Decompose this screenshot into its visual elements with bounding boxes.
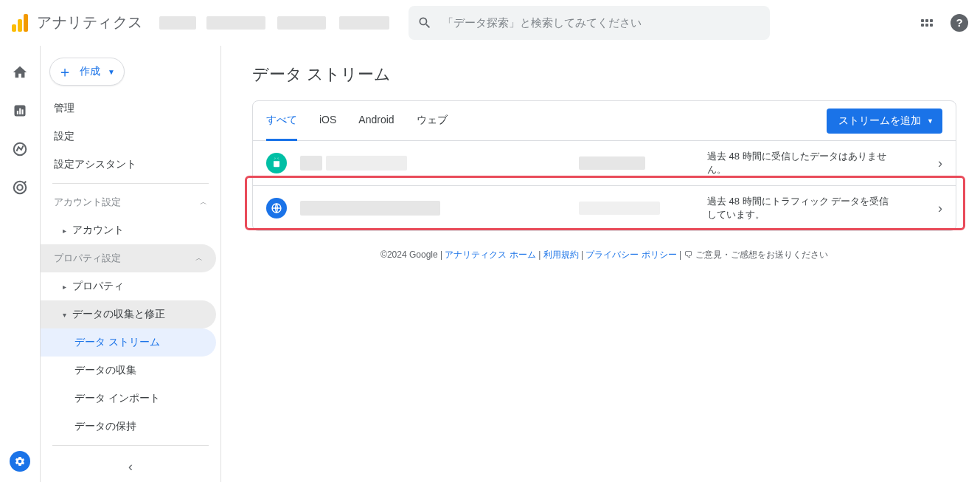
page-footer: ©2024 Google | アナリティクス ホーム | 利用規約 | プライバ…	[252, 231, 956, 269]
account-breadcrumb[interactable]	[155, 9, 397, 37]
android-icon	[266, 153, 287, 173]
app-header: アナリティクス ?	[0, 0, 980, 46]
dropdown-caret-icon: ▼	[927, 117, 934, 125]
plus-icon: ＋	[58, 64, 72, 79]
stream-name-redacted	[300, 153, 566, 173]
footer-copyright: ©2024 Google	[380, 249, 438, 260]
chevron-up-icon: ︿	[195, 253, 203, 264]
search-box[interactable]	[409, 6, 770, 40]
sidebar-subitem-data-streams[interactable]: データ ストリーム	[41, 328, 216, 357]
sidebar-item-assistant[interactable]: 設定アシスタント	[41, 151, 220, 179]
sidebar-subitem-data-retention[interactable]: データの保持	[41, 413, 220, 441]
admin-sidebar: ＋ 作成 ▼ 管理 設定 設定アシスタント アカウント設定 ︿ ▸ アカウント …	[41, 46, 221, 482]
footer-feedback[interactable]: ご意見・ご感想をお送りください	[695, 249, 828, 260]
sidebar-item-account-label: アカウント	[72, 224, 124, 237]
tab-ios[interactable]: iOS	[319, 102, 336, 140]
collapse-sidebar-icon[interactable]: ‹	[41, 459, 220, 475]
dropdown-caret-icon: ▼	[108, 68, 115, 76]
sidebar-section-property[interactable]: プロパティ設定 ︿	[41, 244, 216, 272]
stream-status: 過去 48 時間に受信したデータはありません。	[681, 150, 925, 176]
add-stream-label: ストリームを追加	[838, 114, 921, 128]
tab-all[interactable]: すべて	[266, 102, 297, 141]
explore-icon[interactable]	[11, 140, 29, 158]
platform-tabs: すべて iOS Android ウェブ	[266, 102, 448, 140]
sidebar-subitem-data-collection[interactable]: データの収集	[41, 357, 220, 385]
stream-id-redacted	[579, 200, 667, 216]
svg-rect-1	[17, 111, 18, 114]
home-icon[interactable]	[11, 63, 29, 81]
sidebar-item-setup[interactable]: 設定	[41, 123, 220, 151]
product-name: アナリティクス	[37, 13, 143, 32]
search-input[interactable]	[442, 16, 761, 29]
sidebar-item-data-collection[interactable]: ▾ データの収集と修正	[41, 300, 216, 328]
footer-link-home[interactable]: アナリティクス ホーム	[445, 249, 535, 260]
tab-android[interactable]: Android	[358, 102, 394, 140]
analytics-logo-icon	[12, 14, 28, 32]
advertising-icon[interactable]	[11, 179, 29, 196]
footer-link-terms[interactable]: 利用規約	[543, 249, 579, 260]
stream-row[interactable]: 過去 48 時間に受信したデータはありません。 ›	[253, 141, 956, 186]
data-streams-card: すべて iOS Android ウェブ ストリームを追加 ▼	[252, 100, 956, 231]
create-button-label: 作成	[80, 65, 100, 78]
chevron-right-icon: ▸	[63, 283, 66, 291]
chevron-down-icon: ▾	[63, 311, 66, 319]
sidebar-item-data-collection-label: データの収集と修正	[72, 308, 165, 321]
chevron-up-icon: ︿	[200, 197, 207, 207]
web-icon	[266, 198, 287, 218]
svg-rect-2	[19, 109, 21, 114]
product-logo[interactable]: アナリティクス	[12, 13, 143, 32]
apps-icon[interactable]	[921, 19, 933, 27]
feedback-icon: 🗨	[684, 249, 693, 260]
stream-name-redacted	[300, 198, 566, 218]
stream-id-redacted	[579, 155, 667, 171]
sidebar-item-property[interactable]: ▸ プロパティ	[41, 272, 220, 300]
tab-web[interactable]: ウェブ	[417, 102, 448, 140]
chevron-right-icon: ›	[938, 201, 942, 216]
sidebar-section-property-label: プロパティ設定	[54, 252, 121, 265]
create-button[interactable]: ＋ 作成 ▼	[49, 58, 125, 86]
footer-link-privacy[interactable]: プライバシー ポリシー	[585, 249, 676, 260]
svg-rect-3	[22, 109, 24, 114]
page-title: データ ストリーム	[252, 63, 956, 86]
svg-point-6	[17, 185, 22, 190]
chevron-right-icon: ▸	[63, 227, 66, 235]
sidebar-section-account-label: アカウント設定	[54, 196, 121, 209]
main-content: データ ストリーム すべて iOS Android ウェブ ストリームを追加 ▼	[221, 46, 980, 482]
sidebar-section-account[interactable]: アカウント設定 ︿	[41, 188, 220, 216]
admin-gear-icon[interactable]	[10, 451, 30, 472]
sidebar-item-admin[interactable]: 管理	[41, 94, 220, 123]
search-icon	[417, 16, 432, 30]
nav-rail	[0, 46, 41, 482]
reports-icon[interactable]	[11, 102, 29, 120]
stream-status: 過去 48 時間にトラフィック データを受信しています。	[681, 195, 925, 221]
stream-row[interactable]: 過去 48 時間にトラフィック データを受信しています。 ›	[253, 186, 956, 230]
sidebar-item-account[interactable]: ▸ アカウント	[41, 216, 220, 244]
sidebar-item-property-label: プロパティ	[72, 280, 124, 293]
chevron-right-icon: ›	[938, 156, 942, 171]
add-stream-button[interactable]: ストリームを追加 ▼	[827, 109, 942, 134]
sidebar-subitem-data-import[interactable]: データ インポート	[41, 385, 220, 413]
help-icon[interactable]: ?	[951, 14, 968, 32]
